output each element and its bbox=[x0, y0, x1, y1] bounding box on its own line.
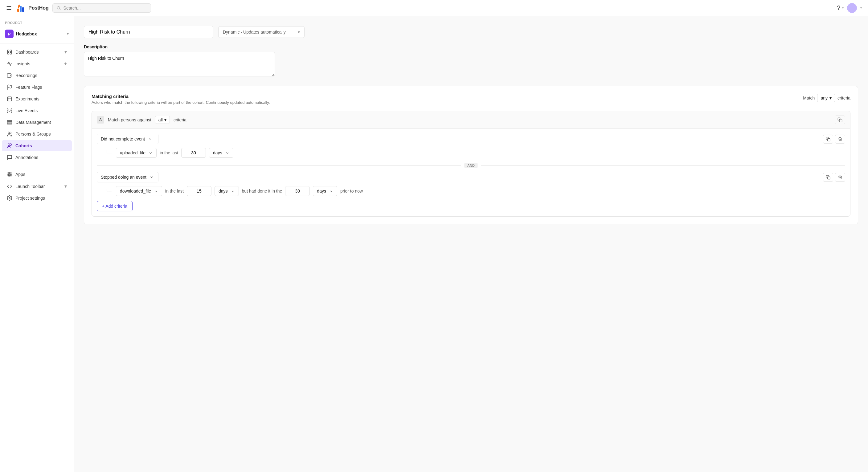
condition-2-type-select[interactable]: Stopped doing an event bbox=[97, 172, 158, 182]
sidebar-item-label: Launch Toolbar bbox=[16, 184, 61, 189]
condition-1-event-label: uploaded_file bbox=[120, 150, 146, 155]
sidebar-item-cohorts[interactable]: Cohorts bbox=[2, 140, 72, 151]
sidebar-item-label: Project settings bbox=[16, 196, 67, 200]
cohort-type-label: Dynamic · Updates automatically bbox=[223, 30, 286, 34]
search-input[interactable] bbox=[63, 5, 147, 10]
and-divider: AND bbox=[97, 160, 845, 171]
svg-point-31 bbox=[10, 175, 11, 176]
project-header[interactable]: P Hedgebox ▾ bbox=[0, 27, 74, 41]
match-operator-select[interactable]: all ▾ bbox=[155, 116, 170, 124]
svg-rect-33 bbox=[839, 119, 842, 122]
sidebar-item-data-management[interactable]: Data Management bbox=[2, 117, 72, 128]
project-settings-icon bbox=[7, 195, 12, 201]
trash-icon bbox=[838, 175, 842, 180]
match-text-label: Match bbox=[803, 95, 815, 100]
condition-1-period-select[interactable]: days bbox=[209, 148, 233, 158]
svg-rect-4 bbox=[20, 6, 22, 12]
search-icon bbox=[56, 5, 61, 10]
sidebar-item-project-settings[interactable]: Project settings bbox=[2, 193, 72, 203]
condition-1-event-select[interactable]: uploaded_file bbox=[116, 148, 157, 158]
hamburger-button[interactable] bbox=[5, 4, 13, 12]
help-chevron-icon bbox=[841, 6, 844, 10]
svg-rect-12 bbox=[10, 52, 12, 54]
sidebar-item-annotations[interactable]: Annotations bbox=[2, 152, 72, 163]
launch-toolbar-icon bbox=[7, 184, 12, 189]
description-textarea[interactable]: High Risk to Churn bbox=[84, 52, 275, 76]
svg-rect-9 bbox=[7, 50, 9, 52]
sidebar-item-live-events[interactable]: Live Events bbox=[2, 105, 72, 116]
match-any-select[interactable]: any ▾ bbox=[817, 94, 835, 102]
svg-point-30 bbox=[9, 175, 10, 176]
sidebar-section-label: PROJECT bbox=[0, 20, 74, 27]
criteria-suffix-label: criteria bbox=[837, 95, 850, 100]
cohort-name-input[interactable] bbox=[84, 26, 213, 38]
condition-2-type-label: Stopped doing an event bbox=[101, 175, 147, 180]
condition-1-copy-button[interactable] bbox=[823, 135, 833, 144]
condition-1-delete-button[interactable] bbox=[835, 135, 845, 144]
and-line-left bbox=[97, 165, 461, 166]
days-chevron-icon-2 bbox=[231, 189, 235, 193]
condition-2-value-input[interactable] bbox=[187, 186, 212, 196]
svg-rect-17 bbox=[7, 121, 12, 121]
sidebar-item-apps[interactable]: Apps bbox=[2, 169, 72, 180]
prior-days-chevron-icon bbox=[329, 189, 333, 193]
criteria-header-left: Matching criteria Actors who match the f… bbox=[92, 94, 270, 105]
svg-point-16 bbox=[9, 110, 10, 112]
search-box[interactable] bbox=[53, 3, 151, 12]
feature-flags-icon bbox=[7, 85, 12, 90]
help-button[interactable]: ? bbox=[837, 4, 844, 11]
avatar[interactable]: I bbox=[847, 3, 857, 13]
description-label: Description bbox=[84, 44, 858, 49]
sidebar-item-label: Persons & Groups bbox=[16, 131, 67, 136]
sidebar-item-dashboards[interactable]: Dashboards ▾ bbox=[2, 46, 72, 58]
matching-criteria-section: Matching criteria Actors who match the f… bbox=[84, 86, 858, 224]
svg-point-27 bbox=[9, 174, 10, 175]
main-content: Dynamic · Updates automatically ▾ Descri… bbox=[74, 16, 868, 472]
project-icon: P bbox=[5, 30, 13, 38]
cohorts-icon bbox=[7, 143, 12, 149]
svg-point-21 bbox=[8, 144, 10, 146]
avatar-letter: I bbox=[851, 5, 852, 10]
condition-2-actions bbox=[823, 173, 845, 182]
sidebar-item-recordings[interactable]: Recordings bbox=[2, 70, 72, 81]
sidebar-item-insights[interactable]: Insights + bbox=[2, 58, 72, 69]
condition-2-event-select[interactable]: downloaded_file bbox=[116, 186, 162, 196]
svg-rect-35 bbox=[828, 177, 830, 179]
sidebar-item-experiments[interactable]: Experiments bbox=[2, 93, 72, 104]
main-area: PROJECT P Hedgebox ▾ Dashboards ▾ bbox=[0, 16, 868, 472]
condition-1-chevron-icon bbox=[148, 137, 152, 141]
condition-2-delete-button[interactable] bbox=[835, 173, 845, 182]
condition-2-copy-button[interactable] bbox=[823, 173, 833, 182]
event-chevron-icon bbox=[149, 151, 153, 155]
match-block-header: A Match persons against all ▾ criteria bbox=[92, 111, 850, 129]
condition-1-action-row: └─ uploaded_file in the last days bbox=[97, 148, 845, 158]
condition-2-prior-value-input[interactable] bbox=[285, 186, 310, 196]
svg-rect-11 bbox=[7, 52, 9, 54]
condition-1-value-input[interactable] bbox=[181, 148, 206, 158]
condition-2-period-select[interactable]: days bbox=[215, 186, 239, 196]
condition-1-type-select[interactable]: Did not complete event bbox=[97, 134, 158, 144]
description-section: Description High Risk to Churn bbox=[84, 44, 858, 77]
svg-point-28 bbox=[10, 174, 11, 175]
copy-icon bbox=[826, 137, 830, 141]
posthog-logo-icon bbox=[17, 3, 27, 13]
add-criteria-button[interactable]: + Add criteria bbox=[97, 201, 132, 211]
project-name: Hedgebox bbox=[16, 31, 37, 36]
sidebar-item-launch-toolbar[interactable]: Launch Toolbar ▾ bbox=[2, 181, 72, 192]
apps-icon bbox=[7, 171, 12, 177]
block-a-copy-button[interactable] bbox=[835, 116, 845, 124]
logo-text: PostHog bbox=[28, 5, 49, 11]
condition-2-prior-period-select[interactable]: days bbox=[313, 186, 337, 196]
criteria-match-row: Match any ▾ criteria bbox=[803, 94, 850, 102]
trash-icon bbox=[838, 137, 842, 141]
svg-point-26 bbox=[8, 174, 9, 175]
cohort-type-select[interactable]: Dynamic · Updates automatically ▾ bbox=[218, 26, 305, 38]
insights-plus-icon[interactable]: + bbox=[64, 61, 67, 67]
match-persons-suffix: criteria bbox=[174, 117, 186, 122]
sidebar-item-feature-flags[interactable]: Feature Flags bbox=[2, 82, 72, 93]
sidebar-divider-2 bbox=[0, 166, 74, 166]
avatar-chevron-icon bbox=[859, 6, 863, 10]
insights-icon bbox=[7, 61, 12, 67]
sidebar-item-persons-groups[interactable]: Persons & Groups bbox=[2, 128, 72, 139]
live-events-icon bbox=[7, 108, 12, 114]
